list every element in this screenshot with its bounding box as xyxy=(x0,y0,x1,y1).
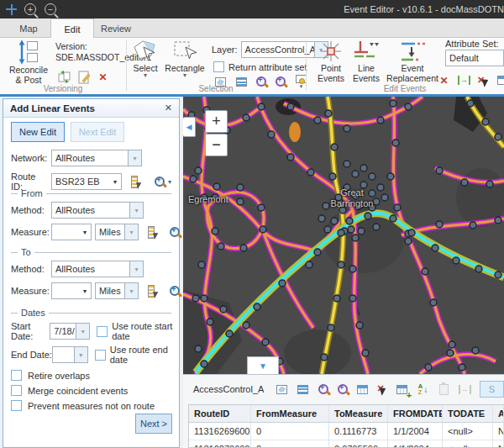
select-caret-icon[interactable]: ▾ xyxy=(144,73,147,78)
retire-overlaps-checkbox[interactable] xyxy=(11,370,22,381)
use-route-start-date-label: Use route start date xyxy=(112,321,179,341)
attribute-set-select[interactable]: Default xyxy=(445,50,504,66)
next-edit-button[interactable]: Next Edit xyxy=(71,122,124,142)
use-route-end-date-checkbox[interactable] xyxy=(95,350,106,361)
table-field-calculator-icon[interactable] xyxy=(356,382,369,397)
ribbon: Reconcile & Post Version: SDE.MASSDOT_ed… xyxy=(0,38,504,94)
map-zoom-in-button[interactable]: + xyxy=(205,110,228,133)
column-header-access[interactable]: AC xyxy=(493,405,504,422)
rectangle-caret-icon[interactable]: ▾ xyxy=(183,73,186,78)
to-measure-combo[interactable]: ▾ xyxy=(51,282,92,299)
next-button[interactable]: Next > xyxy=(135,414,172,434)
route-id-caret-icon[interactable]: ▾ xyxy=(109,178,121,186)
from-zoom-icon[interactable]: + xyxy=(169,226,181,239)
table-cell: N xyxy=(493,440,504,448)
return-attribute-set-checkbox[interactable] xyxy=(213,61,224,72)
version-value: SDE.MASSDOT_editor1 xyxy=(55,52,128,63)
zoom-to-route-icon[interactable]: + xyxy=(154,176,166,188)
select-tool-button[interactable]: Select ▾ xyxy=(129,40,161,78)
table-cell: <null> xyxy=(443,440,493,448)
return-attribute-set-label: Return attribute set xyxy=(228,62,307,72)
zoom-out-icon[interactable]: − xyxy=(45,3,56,15)
to-method-caret-icon[interactable]: ▾ xyxy=(129,261,143,277)
from-unit-select[interactable]: Miles ▾ xyxy=(95,224,139,240)
column-header-routeid[interactable]: RouteID xyxy=(189,405,251,422)
event-replacement-button[interactable]: Event Replacement xyxy=(385,40,440,83)
to-method-select[interactable]: AllRoutes ▾ xyxy=(51,261,144,277)
start-date-combo[interactable]: 7/18/ ▾ xyxy=(50,323,90,340)
version-label: Version: xyxy=(55,41,128,52)
collapse-panel-button[interactable]: ◀ xyxy=(183,117,196,137)
table-paste-icon[interactable] xyxy=(438,382,450,397)
table-pan-to-selected-icon[interactable]: + xyxy=(337,383,348,396)
to-legend: To xyxy=(11,247,171,257)
from-measure-caret-icon[interactable]: ▾ xyxy=(79,229,91,236)
table-save-button[interactable]: S xyxy=(480,381,504,398)
to-measure-on-map-icon[interactable] xyxy=(147,285,159,298)
point-events-button[interactable]: Point Events xyxy=(314,40,348,83)
column-header-todate[interactable]: TODATE xyxy=(443,405,493,422)
from-method-select[interactable]: AllRoutes ▾ xyxy=(51,202,144,219)
end-date-caret-icon[interactable]: ▾ xyxy=(74,347,87,362)
table-cell: 0 xyxy=(251,423,329,440)
tab-edit[interactable]: Edit xyxy=(50,18,94,39)
table-records-icon[interactable] xyxy=(297,382,309,397)
table-cell: 0.1116773 xyxy=(329,423,388,440)
to-measure-caret-icon[interactable]: ▾ xyxy=(79,287,91,295)
table-cell: 0.0795596 xyxy=(329,440,388,448)
zoom-to-route-caret-icon[interactable]: ▾ xyxy=(168,178,171,186)
new-edit-button[interactable]: New Edit xyxy=(11,122,65,142)
to-zoom-icon[interactable]: + xyxy=(169,285,181,298)
table-extend-icon[interactable]: → xyxy=(459,382,471,397)
from-legend: From xyxy=(11,188,171,198)
network-label: Network: xyxy=(11,153,50,163)
pan-icon[interactable] xyxy=(5,3,18,16)
reconcile-post-button[interactable]: Reconcile & Post xyxy=(5,40,52,85)
delete-version-icon[interactable]: ✕ xyxy=(96,70,110,84)
start-date-caret-icon[interactable]: ▾ xyxy=(76,324,89,339)
table-toggle-button[interactable]: ▼ xyxy=(247,356,279,374)
network-caret-icon[interactable]: ▾ xyxy=(128,150,141,166)
select-tool-icon xyxy=(133,40,158,63)
from-method-caret-icon[interactable]: ▾ xyxy=(129,203,143,218)
column-header-tomeasure[interactable]: ToMeasure xyxy=(329,405,388,422)
to-unit-caret-icon[interactable]: ▾ xyxy=(124,283,138,298)
map-zoom-out-button[interactable]: − xyxy=(205,134,228,156)
merge-coincident-events-checkbox[interactable] xyxy=(11,385,22,396)
from-measure-combo[interactable]: ▾ xyxy=(51,224,92,240)
close-icon[interactable]: ✕ xyxy=(165,103,172,113)
tab-map[interactable]: Map xyxy=(7,18,50,38)
table-sort-icon[interactable]: AZ ↓ xyxy=(417,382,429,397)
to-unit-select[interactable]: Miles ▾ xyxy=(95,282,139,299)
table-zoom-to-selected-icon[interactable]: + xyxy=(318,383,328,396)
from-measure-on-map-icon[interactable] xyxy=(147,226,159,239)
route-id-combo[interactable]: BSR23 EB ▾ xyxy=(51,173,122,190)
map-view[interactable]: Egremont Great Barrington ◀ + − ▼ xyxy=(183,97,504,374)
column-header-fromdate[interactable]: FROMDATE xyxy=(388,405,443,422)
line-events-button[interactable]: Line Events xyxy=(349,40,383,83)
map-canvas[interactable] xyxy=(183,97,504,374)
use-route-start-date-checkbox[interactable] xyxy=(97,326,108,337)
column-header-frommeasure[interactable]: FromMeasure xyxy=(251,405,329,422)
network-select[interactable]: AllRoutes ▾ xyxy=(51,150,142,166)
table-row[interactable]: 11316270600 0 0.0795596 1/1/2004 <null> … xyxy=(189,440,504,448)
end-date-combo[interactable]: ▾ xyxy=(52,346,87,363)
ribbon-tab-row: Map Edit Review xyxy=(0,18,504,38)
table-row[interactable]: 11316269600 0 0.1116773 1/1/2004 <null> … xyxy=(189,423,504,440)
reconcile-version-icon[interactable] xyxy=(57,70,71,84)
route-id-value: BSR23 EB xyxy=(52,177,109,187)
start-date-label: Start Date: xyxy=(11,321,50,341)
zoom-in-icon[interactable]: + xyxy=(24,3,36,15)
table-clear-selection-icon[interactable]: ✕ xyxy=(377,383,388,395)
rectangle-tool-button[interactable]: Rectangle ▾ xyxy=(165,40,205,78)
prevent-measures-checkbox[interactable] xyxy=(11,400,22,411)
table-select-features-icon[interactable] xyxy=(276,382,288,397)
tab-review[interactable]: Review xyxy=(94,18,138,38)
panel-title: Add Linear Events xyxy=(10,103,165,113)
select-route-on-map-icon[interactable] xyxy=(130,176,142,188)
from-unit-caret-icon[interactable]: ▾ xyxy=(124,224,138,240)
edit-version-icon[interactable] xyxy=(76,70,91,84)
to-measure-label: Measure: xyxy=(11,286,50,296)
end-date-label: End Date: xyxy=(11,350,52,360)
table-add-record-icon[interactable]: + xyxy=(396,382,408,397)
